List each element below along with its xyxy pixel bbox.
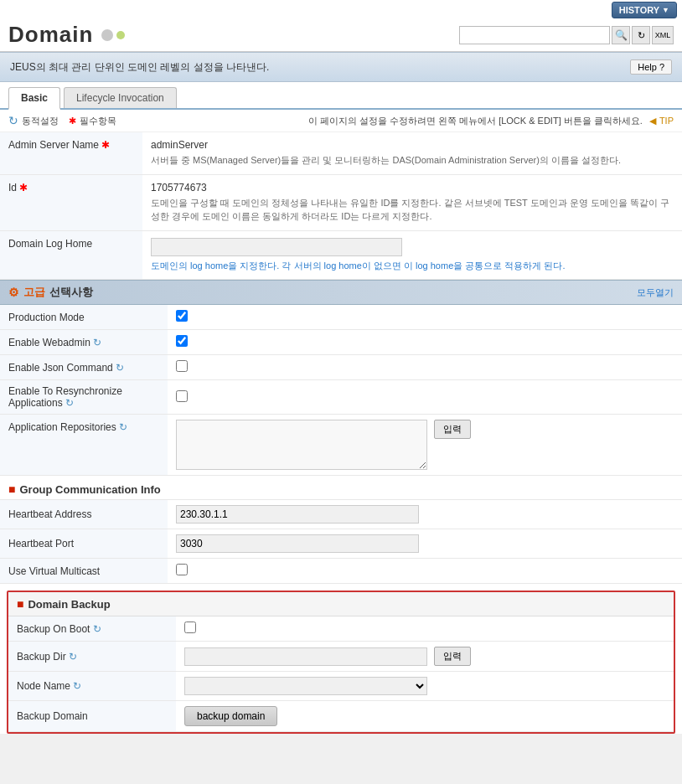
description-bar: JEUS의 최대 관리 단위인 도메인 레벨의 설정을 나타낸다. Help ? (0, 52, 682, 82)
tip-label: TIP (659, 116, 674, 126)
required-star-meta: ✱ (69, 116, 76, 126)
app-repos-input-button[interactable]: 입력 (434, 420, 471, 439)
help-button[interactable]: Help ? (630, 59, 672, 75)
admin-server-value-cell: adminServer 서버들 중 MS(Managed Server)들을 관… (142, 132, 682, 174)
history-label: HISTORY (619, 5, 659, 15)
use-virtual-multicast-row: Use Virtual Multicast (0, 559, 682, 584)
enable-json-row: Enable Json Command ↻ (0, 355, 682, 380)
backup-dir-input-button[interactable]: 입력 (434, 647, 471, 666)
enable-webadmin-row: Enable Webadmin ↻ (0, 330, 682, 355)
group-comm-table: Heartbeat Address Heartbeat Port Use Vir… (0, 500, 682, 584)
id-label: Id ✱ (0, 174, 142, 230)
domain-backup-section: ■ Domain Backup Backup On Boot ↻ Backup … (7, 591, 675, 734)
page-title: Domain (8, 22, 93, 48)
heartbeat-port-label: Heartbeat Port (0, 529, 168, 559)
advanced-prefix: 고급 (23, 285, 45, 300)
logo-dot-green (116, 31, 125, 39)
app-repos-value: 입력 (168, 415, 682, 476)
resync-refresh-icon[interactable]: ↻ (65, 397, 74, 409)
search-input[interactable] (459, 26, 610, 44)
app-repos-textarea[interactable] (176, 420, 427, 470)
domain-backup-title: Domain Backup (28, 598, 110, 611)
domain-log-label: Domain Log Home (0, 230, 142, 280)
admin-server-value: adminServer (151, 139, 674, 151)
webadmin-refresh-icon[interactable]: ↻ (93, 337, 101, 348)
advanced-section-header: ⚙ 고급 고급 선택사항 모두열기 (0, 280, 682, 305)
backup-on-boot-checkbox[interactable] (184, 622, 196, 633)
backup-on-boot-refresh-icon[interactable]: ↻ (93, 623, 101, 635)
domain-log-row: Domain Log Home 도메인의 log home을 지정한다. 각 서… (0, 230, 682, 280)
heartbeat-address-value (168, 500, 682, 529)
main-form-table: Admin Server Name ✱ adminServer 서버들 중 MS… (0, 132, 682, 280)
id-desc: 도메인을 구성할 때 도메인의 정체성을 나타내는 유일한 ID를 지정한다. … (151, 196, 674, 224)
tip-arrow: ◀ (649, 116, 656, 126)
id-row: Id ✱ 1705774673 도메인을 구성할 때 도메인의 정체성을 나타내… (0, 174, 682, 230)
use-virtual-multicast-label: Use Virtual Multicast (0, 559, 168, 584)
enable-json-value (168, 355, 682, 380)
domain-log-input[interactable] (151, 238, 402, 256)
production-mode-row: Production Mode (0, 305, 682, 330)
id-value-cell: 1705774673 도메인을 구성할 때 도메인의 정체성을 나타내는 유일한… (142, 174, 682, 230)
domain-backup-table: Backup On Boot ↻ Backup Dir ↻ 입력 (8, 616, 674, 732)
enable-webadmin-checkbox[interactable] (176, 335, 188, 347)
backup-dir-input[interactable] (184, 647, 427, 666)
enable-resync-label: Enable To Resynchronize Applications ↻ (0, 380, 168, 415)
enable-resync-row: Enable To Resynchronize Applications ↻ (0, 380, 682, 415)
json-refresh-icon[interactable]: ↻ (116, 362, 124, 374)
backup-domain-label: Backup Domain (8, 701, 176, 732)
admin-server-row: Admin Server Name ✱ adminServer 서버들 중 MS… (0, 132, 682, 174)
tip-text: 이 페이지의 설정을 수정하려면 왼쪽 메뉴에서 [LOCK & EDIT] 버… (308, 115, 643, 127)
node-name-value (176, 672, 674, 701)
enable-resync-checkbox[interactable] (176, 390, 188, 402)
backup-on-boot-row: Backup On Boot ↻ (8, 616, 674, 642)
dynamic-icon: ↻ (8, 114, 18, 127)
enable-json-label: Enable Json Command ↻ (0, 355, 168, 380)
enable-resync-value (168, 380, 682, 415)
heartbeat-port-row: Heartbeat Port (0, 529, 682, 559)
meta-row: ↻ 동적설정 ✱ 필수항목 이 페이지의 설정을 수정하려면 왼쪽 메뉴에서 [… (0, 110, 682, 132)
open-all-link[interactable]: 모두열기 (637, 286, 674, 299)
group-comm-title: ■ Group Communication Info (0, 476, 682, 500)
xml-button[interactable]: XML (652, 26, 674, 44)
required-label: 필수항목 (80, 115, 116, 127)
app-repos-refresh-icon[interactable]: ↻ (119, 421, 127, 433)
backup-domain-value: backup domain (176, 701, 674, 732)
heartbeat-port-value (168, 529, 682, 559)
desc-text: JEUS의 최대 관리 단위인 도메인 레벨의 설정을 나타낸다. (10, 60, 269, 75)
node-name-select[interactable] (184, 677, 427, 695)
production-mode-checkbox[interactable] (176, 310, 188, 322)
enable-webadmin-label: Enable Webadmin ↻ (0, 330, 168, 355)
backup-domain-button[interactable]: backup domain (184, 706, 277, 726)
heartbeat-port-input[interactable] (176, 534, 419, 553)
refresh-page-button[interactable]: ↻ (632, 26, 650, 44)
domain-log-desc: 도메인의 log home을 지정한다. 각 서버의 log home이 없으면… (151, 259, 674, 273)
chevron-down-icon: ▼ (662, 6, 669, 14)
admin-server-desc: 서버들 중 MS(Managed Server)들을 관리 및 모니터링하는 D… (151, 153, 674, 168)
tab-lifecycle[interactable]: Lifecycle Invocation (64, 87, 177, 108)
history-button[interactable]: HISTORY ▼ (612, 2, 677, 18)
use-virtual-multicast-checkbox[interactable] (176, 564, 188, 575)
app-repos-label: Application Repositories ↻ (0, 415, 168, 476)
heartbeat-address-label: Heartbeat Address (0, 500, 168, 529)
backup-dir-value: 입력 (176, 642, 674, 672)
use-virtual-multicast-value (168, 559, 682, 584)
heartbeat-address-row: Heartbeat Address (0, 500, 682, 529)
dynamic-label: 동적설정 (22, 115, 59, 127)
group-comm-icon: ■ (8, 482, 15, 496)
node-name-refresh-icon[interactable]: ↻ (73, 680, 81, 692)
node-name-row: Node Name ↻ (8, 672, 674, 701)
group-comm-section: ■ Group Communication Info Heartbeat Add… (0, 476, 682, 584)
heartbeat-address-input[interactable] (176, 505, 419, 524)
backup-dir-refresh-icon[interactable]: ↻ (69, 651, 77, 663)
production-mode-label: Production Mode (0, 305, 168, 330)
advanced-table: Production Mode Enable Webadmin ↻ Enable… (0, 305, 682, 476)
backup-dir-row: Backup Dir ↻ 입력 (8, 642, 674, 672)
domain-backup-header: ■ Domain Backup (8, 592, 674, 616)
search-button[interactable]: 🔍 (612, 26, 630, 44)
backup-on-boot-value (176, 616, 674, 642)
enable-webadmin-value (168, 330, 682, 355)
enable-json-checkbox[interactable] (176, 360, 188, 372)
app-repos-row: Application Repositories ↻ 입력 (0, 415, 682, 476)
advanced-section-icon: ⚙ (8, 286, 19, 299)
tab-basic[interactable]: Basic (8, 87, 60, 110)
